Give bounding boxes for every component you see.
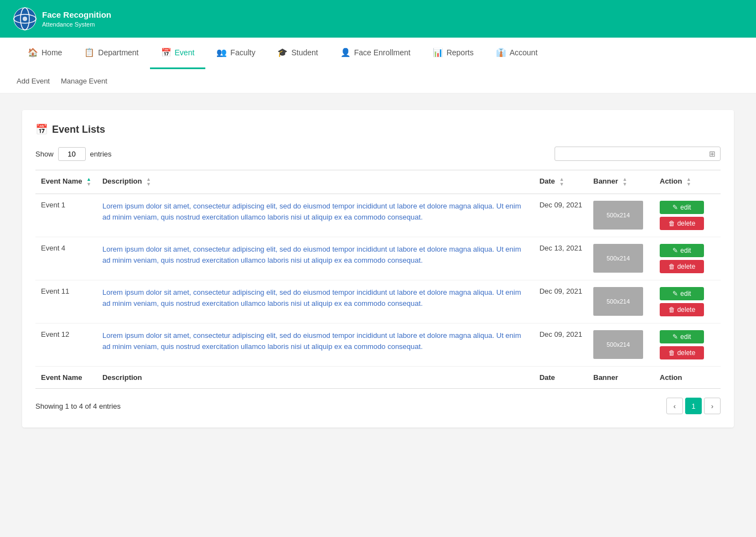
events-table: Event Name ▲ ▼ Description ▲ ▼ [35,170,721,389]
cell-banner-2: 500x214 [588,280,654,324]
nav-link-reports[interactable]: 📊Reports [422,38,485,69]
delete-button-2[interactable]: 🗑 delete [660,303,704,316]
nav-label-event: Event [175,48,195,57]
nav-label-account: Account [510,48,538,57]
cell-description-0: Lorem ipsum dolor sit amet, consectetur … [97,194,534,237]
showing-text: Showing 1 to 4 of 4 entries [35,402,121,410]
sort-desc-icon: ▼ [86,182,91,187]
nav-link-face-enrollment[interactable]: 👤Face Enrollment [329,38,422,69]
sort-description-icons: ▲ ▼ [146,177,151,187]
desc-text-3: Lorem ipsum dolor sit amet, consectetur … [102,331,521,351]
show-entries-input[interactable] [58,147,86,161]
tf-event-name: Event Name [35,367,97,389]
table-footer: Showing 1 to 4 of 4 entries ‹ 1 › [35,398,721,414]
th-banner: Banner ▲ ▼ [588,170,654,194]
table-row: Event 11 Lorem ipsum dolor sit amet, con… [35,280,721,324]
trash-icon-3: 🗑 [669,349,675,357]
tf-action: Action [654,367,721,389]
trash-icon-1: 🗑 [669,263,675,270]
cell-description-2: Lorem ipsum dolor sit amet, consectetur … [97,280,534,324]
cell-action-2: ✎ edit 🗑 delete [654,280,721,324]
edit-button-2[interactable]: ✎ edit [660,287,704,300]
nav-label-home: Home [42,48,62,57]
tf-description: Description [97,367,534,389]
cell-date-3: Dec 09, 2021 [534,324,588,367]
cell-date-0: Dec 09, 2021 [534,194,588,237]
subnav-manage-event[interactable]: Manage Event [61,75,107,87]
desc-text-2: Lorem ipsum dolor sit amet, consectetur … [102,288,521,307]
sort-date-icons: ▲ ▼ [559,177,564,187]
nav-link-home[interactable]: 🏠Home [17,38,73,69]
cell-event-name-1: Event 4 [35,237,97,280]
sort-action-icons: ▲ ▼ [686,177,691,187]
nav-link-faculty[interactable]: 👥Faculty [205,38,266,69]
table-controls: Show entries ⊞ [35,147,721,161]
brand-logo [13,7,37,30]
table-footer-row: Event Name Description Date Banner Actio… [35,367,721,389]
trash-icon-0: 🗑 [669,220,675,227]
delete-button-0[interactable]: 🗑 delete [660,217,704,230]
nav-icon-faculty: 👥 [216,48,227,58]
nav-label-department: Department [98,48,138,57]
show-label: Show [35,150,54,158]
sub-nav: Add EventManage Event [0,69,756,93]
cell-action-0: ✎ edit 🗑 delete [654,194,721,237]
nav-link-department[interactable]: 📋Department [73,38,149,69]
nav-link-student[interactable]: 🎓Student [266,38,329,69]
nav-label-student: Student [291,48,318,57]
next-page-button[interactable]: › [704,398,721,414]
tf-banner: Banner [588,367,654,389]
nav-label-reports: Reports [447,48,474,57]
nav-item-reports[interactable]: 📊Reports [422,38,485,69]
cell-banner-0: 500x214 [588,194,654,237]
tf-date: Date [534,367,588,389]
search-input[interactable] [560,150,709,158]
th-date: Date ▲ ▼ [534,170,588,194]
nav-link-account[interactable]: 👔Account [485,38,549,69]
nav-link-event[interactable]: 📅Event [150,38,206,69]
nav-icon-reports: 📊 [433,48,443,58]
nav-item-department[interactable]: 📋Department [73,38,149,69]
top-bar: Face Recognition Attendance System [0,0,756,38]
cell-description-1: Lorem ipsum dolor sit amet, consectetur … [97,237,534,280]
edit-button-0[interactable]: ✎ edit [660,201,704,214]
nav-item-faculty[interactable]: 👥Faculty [205,38,266,69]
sort-desc-icon: ▼ [559,182,564,187]
subnav-add-event[interactable]: Add Event [17,75,50,87]
nav-item-face-enrollment[interactable]: 👤Face Enrollment [329,38,422,69]
banner-img-0: 500x214 [593,201,643,230]
delete-button-1[interactable]: 🗑 delete [660,260,704,273]
nav-label-faculty: Faculty [230,48,255,57]
cell-event-name-3: Event 12 [35,324,97,367]
nav-list: 🏠Home📋Department📅Event👥Faculty🎓Student👤F… [17,38,739,69]
cell-date-1: Dec 13, 2021 [534,237,588,280]
cell-event-name-2: Event 11 [35,280,97,324]
page-1-button[interactable]: 1 [685,398,702,414]
content-area: 📅 Event Lists Show entries ⊞ Event Name [0,93,756,444]
cell-action-3: ✎ edit 🗑 delete [654,324,721,367]
nav-icon-event: 📅 [161,48,172,58]
brand-subtitle: Attendance System [42,20,111,28]
banner-img-1: 500x214 [593,244,643,273]
show-entries: Show entries [35,147,112,161]
event-list-card: 📅 Event Lists Show entries ⊞ Event Name [22,110,734,427]
prev-page-button[interactable]: ‹ [666,398,683,414]
table-head: Event Name ▲ ▼ Description ▲ ▼ [35,170,721,194]
banner-img-2: 500x214 [593,287,643,316]
edit-button-3[interactable]: ✎ edit [660,330,704,343]
nav-item-account[interactable]: 👔Account [485,38,549,69]
calendar-icon: 📅 [35,123,48,135]
nav-item-home[interactable]: 🏠Home [17,38,73,69]
nav-item-event[interactable]: 📅Event [150,38,206,69]
delete-button-3[interactable]: 🗑 delete [660,346,704,359]
nav-item-student[interactable]: 🎓Student [266,38,329,69]
table-body: Event 1 Lorem ipsum dolor sit amet, cons… [35,194,721,367]
search-icon[interactable]: ⊞ [709,149,716,158]
sort-event-name-icons: ▲ ▼ [86,177,91,187]
table-header-row: Event Name ▲ ▼ Description ▲ ▼ [35,170,721,194]
brand-title: Face Recognition [42,9,111,20]
cell-event-name-0: Event 1 [35,194,97,237]
edit-button-1[interactable]: ✎ edit [660,244,704,257]
sort-desc-icon: ▼ [146,182,151,187]
edit-icon-1: ✎ [672,247,678,254]
